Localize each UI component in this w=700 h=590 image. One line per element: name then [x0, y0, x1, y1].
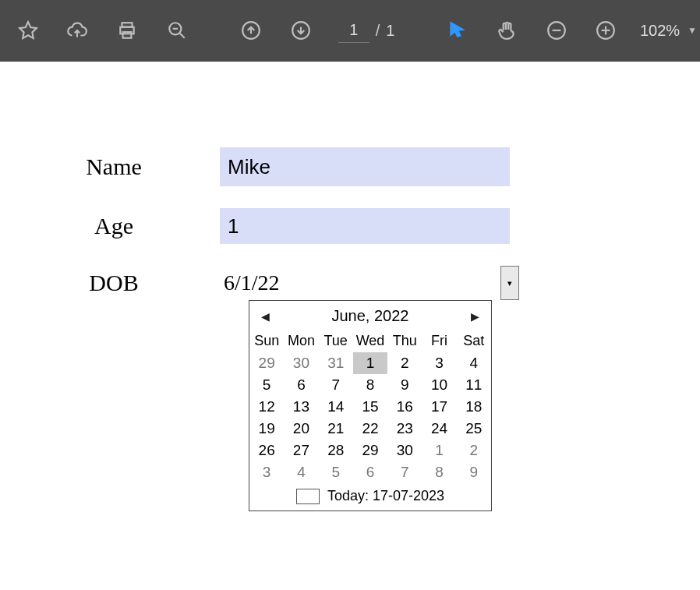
hand-tool-icon[interactable]: [488, 12, 525, 49]
calendar-next-button[interactable]: ▶: [468, 310, 483, 323]
calendar-day-cell[interactable]: 11: [457, 374, 491, 396]
date-picker: ◀ June, 2022 ▶ SunMonTueWedThuFriSat 293…: [249, 300, 492, 511]
calendar-day-cell[interactable]: 12: [249, 396, 284, 418]
age-field[interactable]: [220, 208, 510, 244]
calendar-day-cell[interactable]: 14: [319, 396, 353, 418]
calendar-day-cell[interactable]: 16: [387, 396, 422, 418]
calendar-day-cell[interactable]: 19: [249, 418, 284, 440]
calendar-day-cell[interactable]: 13: [284, 396, 318, 418]
calendar-day-cell[interactable]: 6: [284, 374, 318, 396]
calendar-day-cell[interactable]: 4: [457, 352, 491, 374]
calendar-day-header: Tue: [319, 330, 353, 352]
caret-down-icon: ▾: [507, 278, 512, 288]
calendar-day-cell[interactable]: 3: [249, 461, 284, 483]
calendar-day-cell[interactable]: 7: [387, 461, 422, 483]
calendar-day-cell[interactable]: 26: [249, 440, 284, 461]
calendar-day-cell[interactable]: 25: [457, 418, 491, 440]
calendar-day-cell[interactable]: 9: [457, 461, 491, 483]
calendar-day-cell[interactable]: 8: [353, 374, 387, 396]
calendar-day-cell[interactable]: 8: [422, 461, 456, 483]
calendar-day-cell[interactable]: 9: [387, 374, 422, 396]
calendar-day-cell[interactable]: 4: [284, 461, 318, 483]
zoom-out-icon[interactable]: [538, 12, 575, 49]
calendar-day-cell[interactable]: 21: [319, 418, 353, 440]
page-total: 1: [386, 22, 394, 40]
calendar-day-cell[interactable]: 27: [284, 440, 318, 461]
calendar-day-cell[interactable]: 28: [319, 440, 353, 461]
arrow-down-circle-icon[interactable]: [282, 12, 320, 49]
calendar-day-cell[interactable]: 1: [422, 440, 456, 461]
calendar-day-cell[interactable]: 29: [353, 440, 387, 461]
page-separator: /: [376, 22, 380, 40]
calendar-day-cell[interactable]: 1: [353, 352, 387, 374]
age-label: Age: [78, 213, 150, 239]
calendar-day-cell[interactable]: 7: [319, 374, 353, 396]
name-label: Name: [78, 154, 150, 180]
calendar-day-cell[interactable]: 31: [319, 352, 353, 374]
calendar-day-header: Wed: [353, 330, 387, 352]
page-indicator: / 1: [338, 18, 395, 43]
calendar-title[interactable]: June, 2022: [332, 307, 409, 325]
calendar-day-cell[interactable]: 24: [422, 418, 456, 440]
page-input[interactable]: [338, 18, 369, 43]
dob-dropdown-button[interactable]: ▾: [500, 266, 519, 300]
arrow-up-circle-icon[interactable]: [233, 12, 270, 49]
calendar-day-cell[interactable]: 22: [353, 418, 387, 440]
calendar-day-header: Sun: [249, 330, 284, 352]
cloud-upload-icon[interactable]: [59, 12, 97, 49]
calendar-day-header: Sat: [457, 330, 491, 352]
calendar-day-cell[interactable]: 29: [249, 352, 284, 374]
calendar-day-header: Fri: [422, 330, 456, 352]
pointer-tool-icon[interactable]: [438, 12, 476, 49]
name-field[interactable]: [220, 147, 510, 186]
calendar-day-cell[interactable]: 17: [422, 396, 456, 418]
calendar-day-cell[interactable]: 30: [284, 352, 318, 374]
search-minus-icon[interactable]: [158, 12, 196, 49]
print-icon[interactable]: [108, 12, 146, 49]
svg-line-4: [179, 33, 185, 38]
calendar-day-cell[interactable]: 30: [387, 440, 422, 461]
calendar-day-cell[interactable]: 5: [319, 461, 353, 483]
calendar-day-cell[interactable]: 2: [387, 352, 422, 374]
calendar-day-cell[interactable]: 2: [457, 440, 491, 461]
zoom-dropdown[interactable]: 102% ▼: [640, 22, 697, 40]
calendar-prev-button[interactable]: ◀: [257, 310, 273, 323]
dob-label: DOB: [78, 270, 150, 296]
star-icon[interactable]: [9, 12, 47, 49]
zoom-value: 102%: [640, 22, 680, 40]
chevron-down-icon: ▼: [688, 25, 697, 36]
calendar-day-cell[interactable]: 3: [422, 352, 456, 374]
calendar-day-cell[interactable]: 15: [353, 396, 387, 418]
calendar-day-cell[interactable]: 23: [387, 418, 422, 440]
toolbar: / 1 102% ▼: [0, 0, 700, 62]
today-indicator-box: [296, 489, 320, 504]
document-area: Name Age DOB ▾: [0, 62, 700, 300]
calendar-day-header: Mon: [284, 330, 318, 352]
dob-field[interactable]: [220, 266, 500, 300]
calendar-day-cell[interactable]: 10: [422, 374, 456, 396]
calendar-day-cell[interactable]: 18: [457, 396, 491, 418]
zoom-in-icon[interactable]: [587, 12, 624, 49]
calendar-day-cell[interactable]: 5: [249, 374, 284, 396]
today-label[interactable]: Today: 17-07-2023: [327, 488, 444, 504]
calendar-day-header: Thu: [387, 330, 422, 352]
calendar-grid: SunMonTueWedThuFriSat 293031123456789101…: [249, 330, 491, 483]
calendar-day-cell[interactable]: 6: [353, 461, 387, 483]
calendar-day-cell[interactable]: 20: [284, 418, 318, 440]
